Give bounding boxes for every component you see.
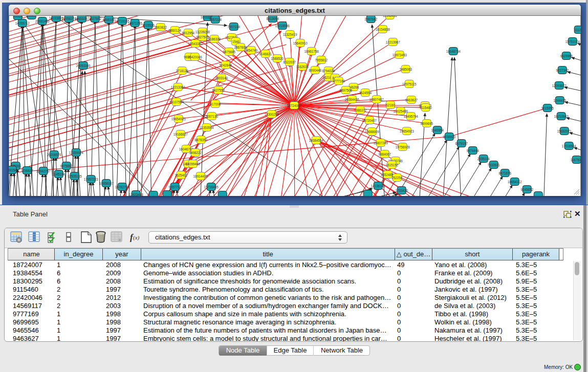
- svg-text:10025488: 10025488: [394, 110, 408, 113]
- svg-text:12093872: 12093872: [552, 84, 567, 87]
- svg-text:7955812: 7955812: [315, 58, 328, 62]
- svg-text:9227342: 9227342: [556, 69, 569, 72]
- svg-text:15807249: 15807249: [374, 141, 388, 145]
- svg-text:20206576: 20206576: [47, 153, 62, 157]
- svg-text:7357224: 7357224: [209, 18, 222, 21]
- svg-text:7625402: 7625402: [175, 173, 187, 177]
- svg-text:9860124: 9860124: [168, 29, 181, 32]
- svg-text:8912954: 8912954: [182, 31, 194, 35]
- svg-text:18724007: 18724007: [287, 104, 302, 107]
- svg-text:16107554: 16107554: [169, 100, 184, 104]
- svg-text:17016504: 17016504: [562, 144, 577, 148]
- svg-text:12942757: 12942757: [36, 169, 51, 173]
- svg-text:252254: 252254: [391, 176, 403, 180]
- svg-text:10688609: 10688609: [365, 130, 380, 134]
- svg-text:3215955: 3215955: [541, 106, 554, 110]
- svg-text:16961758: 16961758: [304, 50, 319, 53]
- svg-text:5875685: 5875685: [223, 50, 235, 54]
- svg-text:10654112: 10654112: [508, 180, 522, 184]
- svg-text:16914479: 16914479: [193, 174, 208, 178]
- svg-text:3498222: 3498222: [189, 151, 202, 155]
- svg-text:1527602: 1527602: [89, 17, 101, 20]
- svg-text:1546: 1546: [232, 40, 240, 43]
- svg-text:11325419: 11325419: [283, 33, 297, 36]
- svg-text:20553: 20553: [13, 16, 23, 18]
- svg-text:1733426: 1733426: [395, 189, 408, 192]
- svg-text:6879197: 6879197: [455, 142, 468, 145]
- svg-text:15751074: 15751074: [565, 40, 580, 43]
- svg-text:39154: 39154: [9, 168, 17, 172]
- svg-text:9329966: 9329966: [560, 54, 573, 58]
- svg-text:62160: 62160: [386, 103, 395, 107]
- svg-text:1156827: 1156827: [21, 169, 34, 172]
- svg-text:10653287: 10653287: [75, 17, 90, 20]
- svg-text:(x): (x): [133, 234, 140, 241]
- svg-text:9463627: 9463627: [405, 98, 418, 102]
- svg-text:9975887: 9975887: [60, 164, 73, 168]
- svg-text:8938923: 8938923: [443, 135, 455, 139]
- svg-text:15716485: 15716485: [204, 185, 219, 189]
- svg-text:19756928: 19756928: [396, 145, 410, 149]
- svg-text:7663822: 7663822: [154, 26, 167, 29]
- svg-text:11353594: 11353594: [200, 126, 214, 129]
- svg-text:19218596: 19218596: [275, 24, 290, 28]
- svg-text:7386372: 7386372: [354, 108, 366, 112]
- svg-text:9146821: 9146821: [259, 52, 272, 56]
- svg-text:12505135: 12505135: [68, 174, 82, 178]
- svg-text:23420046: 23420046: [188, 55, 203, 59]
- svg-text:7357224: 7357224: [227, 25, 240, 29]
- svg-text:8322037: 8322037: [283, 60, 296, 64]
- svg-text:14099489: 14099489: [186, 162, 201, 166]
- svg-text:3267130: 3267130: [205, 115, 218, 118]
- svg-text:16782759: 16782759: [115, 185, 130, 189]
- svg-text:9657791: 9657791: [168, 185, 181, 189]
- svg-text:12975115: 12975115: [402, 82, 417, 86]
- svg-text:1167533: 1167533: [571, 158, 581, 162]
- svg-text:2718126: 2718126: [176, 69, 188, 73]
- svg-text:8471676: 8471676: [498, 171, 511, 175]
- svg-text:9115460: 9115460: [420, 106, 432, 110]
- svg-text:1615152: 1615152: [385, 163, 398, 167]
- svg-text:1162615: 1162615: [296, 65, 309, 69]
- svg-text:2087682: 2087682: [364, 17, 377, 21]
- svg-text:13495794: 13495794: [404, 115, 419, 118]
- svg-text:9242848: 9242848: [219, 63, 232, 67]
- svg-text:417006: 417006: [210, 102, 221, 106]
- svg-text:10807487: 10807487: [369, 98, 384, 101]
- svg-text:20364436: 20364436: [345, 98, 360, 101]
- svg-text:3624554: 3624554: [359, 91, 372, 95]
- svg-text:16648734: 16648734: [446, 50, 461, 53]
- svg-text:1244415: 1244415: [553, 99, 566, 102]
- svg-text:9827505: 9827505: [196, 35, 209, 39]
- svg-text:8427552: 8427552: [212, 89, 225, 92]
- svg-text:10958107: 10958107: [99, 182, 114, 185]
- svg-text:12923448: 12923448: [129, 193, 144, 196]
- svg-text:8878352: 8878352: [194, 138, 207, 142]
- svg-text:7485063: 7485063: [399, 68, 412, 71]
- svg-text:7632621: 7632621: [487, 163, 500, 167]
- svg-text:6897508: 6897508: [339, 89, 352, 92]
- svg-text:15640910: 15640910: [293, 41, 308, 45]
- svg-text:17957223: 17957223: [84, 178, 99, 181]
- svg-text:14136141: 14136141: [371, 184, 386, 188]
- svg-text:20691406: 20691406: [35, 19, 50, 23]
- svg-text:2803144: 2803144: [215, 76, 228, 80]
- svg-text:8186328: 8186328: [208, 37, 221, 41]
- svg-text:10973493: 10973493: [393, 53, 407, 57]
- svg-text:15692971: 15692971: [557, 129, 572, 133]
- svg-text:16671355: 16671355: [128, 21, 143, 25]
- svg-text:19166827: 19166827: [173, 133, 188, 136]
- svg-text:9899695: 9899695: [420, 122, 433, 125]
- svg-text:19654925: 19654925: [171, 117, 186, 121]
- svg-text:16543382: 16543382: [188, 42, 203, 46]
- svg-text:9884067: 9884067: [378, 152, 391, 156]
- svg-text:9777169: 9777169: [332, 79, 345, 83]
- svg-text:15720407: 15720407: [362, 119, 377, 122]
- svg-text:2935114: 2935114: [477, 157, 490, 161]
- svg-text:14055712: 14055712: [15, 21, 30, 25]
- svg-text:11548408: 11548408: [383, 16, 397, 17]
- svg-text:8454749: 8454749: [245, 49, 257, 52]
- svg-text:9245652: 9245652: [520, 188, 533, 191]
- svg-text:16210643: 16210643: [554, 115, 569, 118]
- svg-text:9474444: 9474444: [466, 149, 479, 152]
